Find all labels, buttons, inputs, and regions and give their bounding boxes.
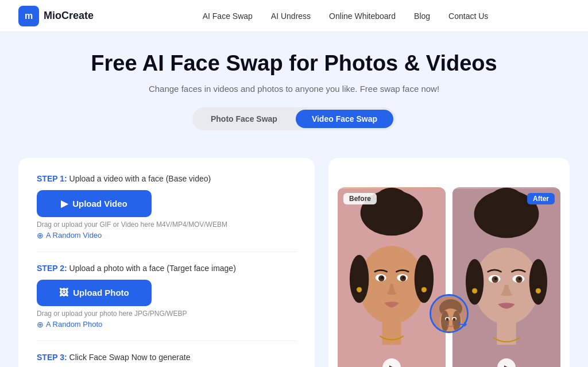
page-title: Free AI Face Swap for Photos & Videos	[11, 51, 577, 77]
svg-point-11	[381, 276, 383, 279]
svg-point-5	[350, 254, 369, 303]
tab-video-face-swap[interactable]: Video Face Swap	[296, 110, 393, 128]
svg-point-12	[403, 276, 405, 279]
before-badge: Before	[343, 193, 377, 204]
step3-label: STEP 3: Click Face Swap Now to generate	[37, 353, 296, 362]
before-face	[338, 187, 446, 367]
svg-point-36	[519, 277, 521, 280]
step-divider-1	[37, 252, 296, 252]
before-image: Before ▶	[338, 187, 446, 367]
svg-point-30	[529, 259, 547, 304]
step3-section: STEP 3: Click Face Swap Now to generate …	[37, 353, 296, 367]
svg-point-18	[441, 311, 449, 331]
nav-ai-face-swap[interactable]: AI Face Swap	[203, 11, 253, 21]
svg-point-23	[453, 318, 456, 320]
svg-point-13	[357, 287, 361, 292]
upload-photo-icon: 🖼	[59, 288, 68, 298]
upload-video-button[interactable]: ▶ Upload Video	[37, 190, 152, 217]
hero-section: Free AI Face Swap for Photos & Videos Ch…	[0, 32, 588, 158]
tab-group: Photo Face Swap Video Face Swap	[192, 107, 396, 130]
logo[interactable]: m MioCreate	[18, 6, 94, 26]
upload-photo-button[interactable]: 🖼 Upload Photo	[37, 280, 152, 306]
nav-whiteboard[interactable]: Online Whiteboard	[329, 11, 396, 21]
svg-point-2	[375, 187, 408, 214]
logo-text: MioCreate	[44, 10, 94, 22]
nav-contact[interactable]: Contact Us	[448, 11, 488, 21]
step1-section: STEP 1: Upload a video with a face (Base…	[37, 174, 296, 240]
left-panel: STEP 1: Upload a video with a face (Base…	[18, 158, 315, 367]
step2-label: STEP 2: Upload a photo with a face (Targ…	[37, 264, 296, 273]
random-photo-link[interactable]: ⊕ A Random Photo	[37, 320, 296, 329]
demo-panel: Before ▶	[328, 158, 570, 367]
tab-photo-face-swap[interactable]: Photo Face Swap	[195, 110, 293, 128]
after-badge: After	[527, 193, 555, 204]
after-face	[452, 187, 560, 367]
demo-images-wrap: Before ▶	[338, 187, 560, 367]
nav-blog[interactable]: Blog	[414, 11, 430, 21]
svg-point-38	[536, 288, 540, 293]
step-divider-2	[37, 341, 296, 341]
upload-photo-hint: Drag or upload your photo here JPG/PNG/W…	[37, 310, 296, 318]
logo-icon: m	[18, 6, 39, 26]
upload-video-hint: Drag or upload your GIF or Video here M4…	[37, 221, 296, 229]
main-content: STEP 1: Upload a video with a face (Base…	[0, 158, 588, 367]
svg-point-14	[421, 287, 426, 292]
swap-indicator: ↪	[430, 294, 469, 331]
hero-subtitle: Change faces in videos and photos to any…	[11, 84, 577, 94]
after-image: After ▶	[452, 187, 560, 367]
svg-point-35	[494, 277, 497, 280]
navigation: AI Face Swap AI Undress Online Whiteboar…	[121, 11, 570, 21]
tab-toggle-wrap: Photo Face Swap Video Face Swap	[11, 107, 577, 130]
header: m MioCreate AI Face Swap AI Undress Onli…	[0, 0, 588, 32]
nav-ai-undress[interactable]: AI Undress	[271, 11, 311, 21]
svg-point-37	[472, 288, 477, 293]
upload-video-icon: ▶	[61, 198, 68, 209]
random-video-link[interactable]: ⊕ A Random Video	[37, 231, 296, 240]
svg-point-26	[489, 187, 525, 216]
svg-point-22	[446, 318, 449, 320]
swap-arrow-icon: ↪	[458, 317, 467, 331]
step1-label: STEP 1: Upload a video with a face (Base…	[37, 174, 296, 183]
step2-section: STEP 2: Upload a photo with a face (Targ…	[37, 264, 296, 329]
